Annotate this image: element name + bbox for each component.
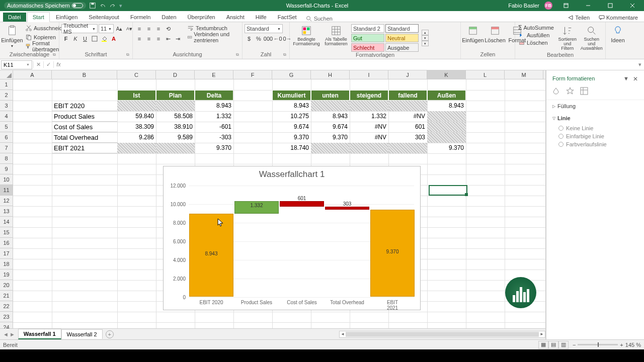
- ribbon-options-icon[interactable]: [557, 0, 575, 11]
- merge-button[interactable]: Verbinden und zentrieren: [186, 33, 240, 41]
- row-header-23[interactable]: 23: [0, 312, 13, 322]
- zoom-out-button[interactable]: −: [573, 342, 576, 348]
- style-standard2[interactable]: Standard 2: [351, 24, 384, 33]
- tab-daten[interactable]: Daten: [156, 13, 181, 22]
- cell-C3[interactable]: [117, 101, 156, 111]
- row-headers[interactable]: 123456789101112131415161718192021222324: [0, 79, 13, 328]
- cell-H6[interactable]: 9.370: [311, 132, 350, 143]
- sheet-next-button[interactable]: ►: [10, 331, 15, 337]
- zoom-in-button[interactable]: +: [620, 342, 623, 348]
- autosum-button[interactable]: ΣAutoSumme: [517, 24, 555, 31]
- cell-C7[interactable]: [117, 143, 156, 153]
- cell-K4[interactable]: [427, 111, 466, 122]
- zoom-level[interactable]: 145 %: [625, 342, 641, 348]
- col-header-F[interactable]: F: [233, 70, 272, 79]
- col-header-M[interactable]: M: [505, 70, 543, 79]
- save-icon[interactable]: [89, 2, 96, 9]
- effects-icon[interactable]: [566, 86, 575, 96]
- row-header-20[interactable]: 20: [0, 280, 13, 291]
- name-box[interactable]: K11▼: [1, 60, 32, 69]
- add-sheet-button[interactable]: +: [106, 330, 114, 338]
- tab-seitenlayout[interactable]: Seitenlayout: [84, 13, 124, 22]
- cell-J4[interactable]: #NV: [388, 111, 427, 122]
- row-header-19[interactable]: 19: [0, 269, 13, 280]
- cell-D7[interactable]: [156, 143, 195, 153]
- tab-ansicht[interactable]: Ansicht: [221, 13, 250, 22]
- cell-E6[interactable]: -303: [195, 132, 233, 143]
- number-format-select[interactable]: Standard▼: [245, 24, 283, 33]
- sort-filter-button[interactable]: Sortieren und Filtern: [557, 24, 578, 52]
- orientation-button[interactable]: ⟲: [164, 24, 173, 33]
- cell-I7[interactable]: [350, 143, 388, 153]
- align-middle-button[interactable]: ≡: [144, 24, 153, 33]
- col-header-K[interactable]: K: [427, 70, 466, 79]
- row-header-2[interactable]: 2: [0, 90, 13, 101]
- cell-C2[interactable]: Ist: [117, 90, 156, 101]
- chart-bar-outer[interactable]: 9.370: [370, 210, 415, 297]
- styles-more-button[interactable]: ▴▾▾: [422, 24, 429, 52]
- line-none-radio[interactable]: Keine Linie: [546, 124, 644, 132]
- cell-G7[interactable]: 18.740: [272, 143, 311, 153]
- fx-button[interactable]: fx: [53, 61, 63, 68]
- cell-I4[interactable]: 1.332: [350, 111, 388, 122]
- row-header-12[interactable]: 12: [0, 196, 13, 206]
- view-normal-button[interactable]: ▦: [538, 341, 548, 349]
- grow-font-button[interactable]: A▴: [115, 24, 124, 33]
- fill-section[interactable]: ▷Füllung: [546, 100, 644, 112]
- align-top-button[interactable]: ≡: [135, 24, 144, 33]
- sheet-prev-button[interactable]: ◄: [3, 331, 9, 337]
- chart-bar-fall[interactable]: 303: [325, 207, 369, 210]
- cell-B5[interactable]: Cost of Sales: [52, 122, 117, 132]
- cells-area[interactable]: IstPlanDeltaKumuliertuntensteigendfallen…: [13, 79, 545, 328]
- cell-C5[interactable]: 38.309: [117, 122, 156, 132]
- col-header-G[interactable]: G: [272, 70, 311, 79]
- style-schlecht[interactable]: Schlecht: [351, 43, 384, 52]
- chart-bar-outer[interactable]: 8.943: [189, 214, 233, 297]
- row-header-3[interactable]: 3: [0, 101, 13, 111]
- cell-B4[interactable]: Product Sales: [52, 111, 117, 122]
- clear-button[interactable]: Löschen: [517, 39, 555, 46]
- col-header-I[interactable]: I: [350, 70, 388, 79]
- font-color-button[interactable]: A: [109, 34, 118, 43]
- panel-options-button[interactable]: ▼: [623, 75, 629, 82]
- size-props-icon[interactable]: [580, 86, 589, 96]
- underline-button[interactable]: U: [80, 34, 90, 43]
- ideas-button[interactable]: Ideen: [608, 24, 628, 44]
- minimize-button[interactable]: [580, 0, 597, 11]
- row-header-7[interactable]: 7: [0, 143, 13, 153]
- indent-inc-button[interactable]: ⇥: [173, 34, 182, 43]
- align-left-button[interactable]: ≡: [135, 34, 144, 43]
- cell-H2[interactable]: unten: [311, 90, 350, 101]
- find-select-button[interactable]: Suchen und Auswählen: [580, 24, 603, 52]
- cell-J6[interactable]: 303: [388, 132, 427, 143]
- formula-input[interactable]: [63, 60, 636, 69]
- chart-bar-fall[interactable]: 601: [280, 201, 324, 207]
- chart-plot-area[interactable]: 02.0004.0006.0008.00010.00012.000EBIT 20…: [189, 186, 414, 297]
- row-header-8[interactable]: 8: [0, 153, 13, 164]
- style-ausgabe[interactable]: Ausgabe: [385, 43, 419, 52]
- tab-einfuegen[interactable]: Einfügen: [51, 13, 83, 22]
- zoom-slider[interactable]: [578, 344, 618, 345]
- line-gradient-radio[interactable]: Farbverlaufslinie: [546, 140, 644, 148]
- col-header-C[interactable]: C: [117, 70, 156, 79]
- row-header-1[interactable]: 1: [0, 79, 13, 90]
- align-right-button[interactable]: ≡: [154, 34, 163, 43]
- bold-button[interactable]: F: [61, 34, 70, 43]
- cell-K2[interactable]: Außen: [427, 90, 466, 101]
- cell-C6[interactable]: 9.286: [117, 132, 156, 143]
- autosave-toggle[interactable]: Automatisches Speichern: [4, 2, 86, 9]
- row-header-24[interactable]: 24: [0, 322, 13, 328]
- cell-K7[interactable]: 9.370: [427, 143, 466, 153]
- row-header-22[interactable]: 22: [0, 301, 13, 312]
- row-header-16[interactable]: 16: [0, 238, 13, 248]
- col-header-E[interactable]: E: [195, 70, 233, 79]
- column-headers[interactable]: ABCDEFGHIJKLM: [0, 70, 545, 79]
- cell-D3[interactable]: [156, 101, 195, 111]
- row-header-9[interactable]: 9: [0, 164, 13, 174]
- paste-button[interactable]: Einfügen▼: [2, 24, 22, 49]
- italic-button[interactable]: K: [71, 34, 80, 43]
- col-header-H[interactable]: H: [311, 70, 350, 79]
- fill-line-icon[interactable]: [551, 86, 560, 96]
- select-all-button[interactable]: [0, 70, 13, 79]
- row-header-13[interactable]: 13: [0, 206, 13, 217]
